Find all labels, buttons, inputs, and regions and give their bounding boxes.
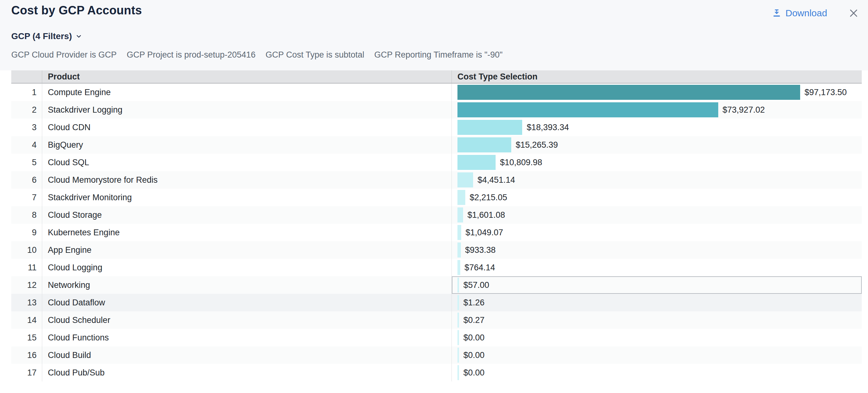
cost-bar <box>458 155 496 170</box>
filters-summary-label: GCP (4 Filters) <box>11 31 72 41</box>
row-number: 15 <box>11 329 42 346</box>
cost-bar <box>458 120 522 135</box>
cost-cell[interactable]: $1,049.07 <box>452 224 862 241</box>
cost-value-label: $933.38 <box>465 245 496 255</box>
download-button[interactable]: Download <box>772 6 827 20</box>
cost-cell[interactable]: $0.27 <box>452 311 862 329</box>
cost-cell[interactable]: $0.00 <box>452 364 862 382</box>
cost-value-label: $2,215.05 <box>470 193 507 203</box>
cost-value-label: $57.00 <box>463 280 489 290</box>
download-label: Download <box>785 8 827 19</box>
row-number: 16 <box>11 346 42 364</box>
table-row-11[interactable]: 11 Cloud Logging $764.14 <box>11 259 862 276</box>
cost-value-label: $1,049.07 <box>466 228 503 238</box>
download-icon <box>772 8 782 18</box>
table-body: 1 Compute Engine $97,173.50 2 Stackdrive… <box>11 84 862 382</box>
table-row-1[interactable]: 1 Compute Engine $97,173.50 <box>11 84 862 101</box>
product-name: App Engine <box>42 241 452 259</box>
product-name: Cloud Dataflow <box>42 294 452 311</box>
cost-cell[interactable]: $764.14 <box>452 259 862 276</box>
table-row-16[interactable]: 16 Cloud Build $0.00 <box>11 346 862 364</box>
row-number: 2 <box>11 101 42 119</box>
row-number: 9 <box>11 224 42 241</box>
cost-cell[interactable]: $0.00 <box>452 346 862 364</box>
close-button[interactable] <box>846 6 861 20</box>
table-row-8[interactable]: 8 Cloud Storage $1,601.08 <box>11 206 862 224</box>
table-row-15[interactable]: 15 Cloud Functions $0.00 <box>11 329 862 346</box>
row-number: 7 <box>11 189 42 206</box>
table-row-14[interactable]: 14 Cloud Scheduler $0.27 <box>11 311 862 329</box>
table-row-4[interactable]: 4 BigQuery $15,265.39 <box>11 136 862 154</box>
cost-value-label: $0.00 <box>463 368 485 378</box>
row-number: 3 <box>11 119 42 136</box>
table-row-17[interactable]: 17 Cloud Pub/Sub $0.00 <box>11 364 862 382</box>
cost-cell[interactable]: $57.00 <box>452 276 862 294</box>
product-name: Cloud Memorystore for Redis <box>42 171 452 189</box>
cost-cell[interactable]: $15,265.39 <box>452 136 862 154</box>
cost-bar <box>458 207 463 222</box>
row-number: 11 <box>11 259 42 276</box>
cost-cell[interactable]: $1,601.08 <box>452 206 862 224</box>
cost-value-label: $18,393.34 <box>527 123 569 132</box>
cost-bar <box>458 85 800 100</box>
cost-value-label: $73,927.02 <box>723 105 765 115</box>
cost-value-label: $1.26 <box>463 298 485 308</box>
cost-cell[interactable]: $2,215.05 <box>452 189 862 206</box>
cost-bar <box>458 330 459 345</box>
product-name: Cloud Build <box>42 346 452 364</box>
row-number: 10 <box>11 241 42 259</box>
cost-bar <box>458 260 460 275</box>
cost-value-label: $10,809.98 <box>500 158 542 168</box>
cost-cell[interactable]: $933.38 <box>452 241 862 259</box>
table-row-7[interactable]: 7 Stackdriver Monitoring $2,215.05 <box>11 189 862 206</box>
table-row-10[interactable]: 10 App Engine $933.38 <box>11 241 862 259</box>
page-title: Cost by GCP Accounts <box>11 4 142 17</box>
row-number: 6 <box>11 171 42 189</box>
cost-bar <box>458 102 718 117</box>
cost-report-modal: Cost by GCP Accounts Download GCP (4 Fil… <box>0 0 868 393</box>
table-row-3[interactable]: 3 Cloud CDN $18,393.34 <box>11 119 862 136</box>
product-name: BigQuery <box>42 136 452 154</box>
filter-project: GCP Project is prod-setup-205416 <box>127 50 255 60</box>
filters-dropdown[interactable]: GCP (4 Filters) <box>11 31 83 41</box>
header-product-column: Product <box>42 70 452 83</box>
cost-cell[interactable]: $10,809.98 <box>452 154 862 171</box>
cost-value-label: $15,265.39 <box>516 140 558 150</box>
cost-value-label: $97,173.50 <box>805 88 847 97</box>
cost-table: Product Cost Type Selection 1 Compute En… <box>11 70 862 382</box>
table-header-row: Product Cost Type Selection <box>11 70 862 84</box>
filter-cost-type: GCP Cost Type is subtotal <box>266 50 364 60</box>
table-row-13[interactable]: 13 Cloud Dataflow $1.26 <box>11 294 862 311</box>
product-name: Cloud Logging <box>42 259 452 276</box>
product-name: Networking <box>42 276 452 294</box>
cost-cell[interactable]: $73,927.02 <box>452 101 862 119</box>
row-number: 1 <box>11 84 42 101</box>
cost-bar <box>458 365 459 380</box>
table-row-2[interactable]: 2 Stackdriver Logging $73,927.02 <box>11 101 862 119</box>
product-name: Cloud Functions <box>42 329 452 346</box>
cost-bar <box>458 173 473 187</box>
table-row-6[interactable]: 6 Cloud Memorystore for Redis $4,451.14 <box>11 171 862 189</box>
table-row-9[interactable]: 9 Kubernetes Engine $1,049.07 <box>11 224 862 241</box>
applied-filters: GCP Cloud Provider is GCP GCP Project is… <box>11 50 502 60</box>
cost-value-label: $4,451.14 <box>477 175 515 185</box>
product-name: Stackdriver Monitoring <box>42 189 452 206</box>
row-number: 12 <box>11 276 42 294</box>
cost-cell[interactable]: $0.00 <box>452 329 862 346</box>
cost-cell[interactable]: $4,451.14 <box>452 171 862 189</box>
filter-cloud-provider: GCP Cloud Provider is GCP <box>11 50 117 60</box>
row-number: 4 <box>11 136 42 154</box>
cost-cell[interactable]: $1.26 <box>452 294 862 311</box>
header-row-number-column <box>11 70 42 83</box>
cost-bar <box>458 347 459 363</box>
product-name: Cloud CDN <box>42 119 452 136</box>
table-row-5[interactable]: 5 Cloud SQL $10,809.98 <box>11 154 862 171</box>
product-name: Cloud Scheduler <box>42 311 452 329</box>
cost-value-label: $0.27 <box>463 315 485 325</box>
cost-cell[interactable]: $97,173.50 <box>452 84 862 101</box>
table-row-12[interactable]: 12 Networking $57.00 <box>11 276 862 294</box>
cost-bar <box>458 138 511 152</box>
cost-bar <box>458 312 459 328</box>
cost-cell[interactable]: $18,393.34 <box>452 119 862 136</box>
cost-bar <box>458 277 459 293</box>
